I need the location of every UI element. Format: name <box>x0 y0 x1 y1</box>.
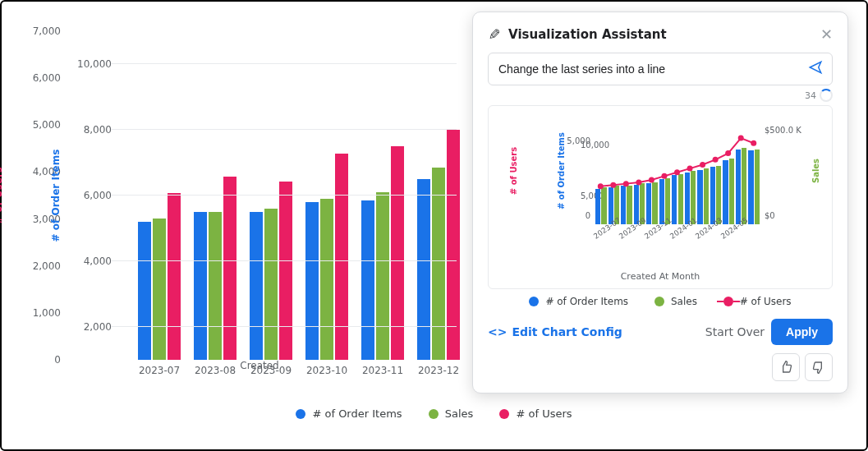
bar[interactable] <box>223 177 237 360</box>
wand-icon: ✎ <box>485 28 503 40</box>
bar[interactable] <box>335 154 348 360</box>
prompt-input[interactable] <box>497 62 807 76</box>
preview-chart: # of Users 05,000 # of Order Items 5,000… <box>488 105 833 289</box>
bar[interactable] <box>153 219 166 360</box>
bar[interactable] <box>279 182 292 360</box>
svg-point-0 <box>598 183 604 189</box>
bar[interactable] <box>376 192 389 360</box>
preview-x-axis: 2023-072023-092023-112024-012024-032024-… <box>595 213 761 280</box>
bar[interactable] <box>305 202 319 360</box>
svg-point-3 <box>636 180 641 186</box>
bar[interactable] <box>320 199 333 360</box>
svg-point-1 <box>610 182 616 188</box>
bar[interactable] <box>417 179 430 360</box>
pv-legend-users[interactable]: # of Users <box>723 296 792 307</box>
legend-item-users[interactable]: # of Users <box>499 407 572 420</box>
preview-bars-area <box>595 117 761 224</box>
bar[interactable] <box>168 193 181 360</box>
pv-y-items-label: # of Order Items <box>557 132 566 209</box>
pv-legend-orderitems[interactable]: # of Order Items <box>529 296 628 307</box>
svg-point-7 <box>687 166 693 172</box>
thumbs-down-button[interactable] <box>805 353 833 381</box>
bar[interactable] <box>209 212 222 360</box>
pv-y-sales-label: Sales <box>811 159 820 183</box>
app-frame: # of Users 01,0002,0003,0004,0005,0006,0… <box>0 0 868 451</box>
svg-point-4 <box>649 177 654 183</box>
svg-point-5 <box>661 173 667 179</box>
y-axis-items-label: # of Order Items <box>50 150 62 242</box>
close-icon[interactable]: ✕ <box>820 25 833 43</box>
y-axis-items: # of Order Items 2,0004,0006,0008,00010,… <box>62 31 112 360</box>
bar[interactable] <box>138 222 151 360</box>
bar[interactable] <box>447 130 460 360</box>
chart-bars-area <box>122 31 457 360</box>
bar[interactable] <box>250 212 263 360</box>
status-count: 34 <box>805 90 816 101</box>
loading-icon <box>820 89 833 102</box>
preview-legend: # of Order Items Sales # of Users <box>488 296 833 309</box>
thumbs-up-button[interactable] <box>772 353 800 381</box>
prompt-input-wrap <box>488 53 833 85</box>
code-icon: <> <box>488 325 507 338</box>
main-chart: # of Users 01,0002,0003,0004,0005,0006,0… <box>62 31 457 360</box>
start-over-button[interactable]: Start Over <box>705 325 765 338</box>
legend-item-sales[interactable]: Sales <box>429 407 474 420</box>
send-icon[interactable] <box>807 60 824 78</box>
visualization-assistant-popup: ✎ Visualization Assistant ✕ 34 # of User… <box>472 12 848 393</box>
bar[interactable] <box>432 168 445 360</box>
svg-point-9 <box>713 157 719 163</box>
svg-point-10 <box>725 150 731 156</box>
pv-y-users-label: # of Users <box>509 147 518 195</box>
legend-item-orderitems[interactable]: # of Order Items <box>296 407 402 420</box>
svg-point-6 <box>674 169 680 175</box>
bar[interactable] <box>391 146 404 360</box>
svg-point-2 <box>623 181 629 186</box>
svg-point-11 <box>738 136 744 141</box>
y-axis-users-label: # of Users <box>0 167 4 224</box>
edit-chart-config-link[interactable]: <> Edit Chart Config <box>488 325 622 338</box>
bar[interactable] <box>194 212 207 360</box>
status-row: 34 <box>488 89 833 102</box>
apply-button[interactable]: Apply <box>771 319 833 345</box>
pv-legend-sales[interactable]: Sales <box>654 296 697 307</box>
legend: # of Order Items Sales # of Users <box>2 407 866 421</box>
svg-point-8 <box>700 162 705 168</box>
popup-title: Visualization Assistant <box>508 27 812 42</box>
x-axis-title: Created <box>62 360 457 371</box>
bar[interactable] <box>361 200 374 360</box>
bar[interactable] <box>264 209 278 360</box>
svg-point-12 <box>751 140 756 146</box>
preview-x-title: Created At Month <box>489 271 832 282</box>
